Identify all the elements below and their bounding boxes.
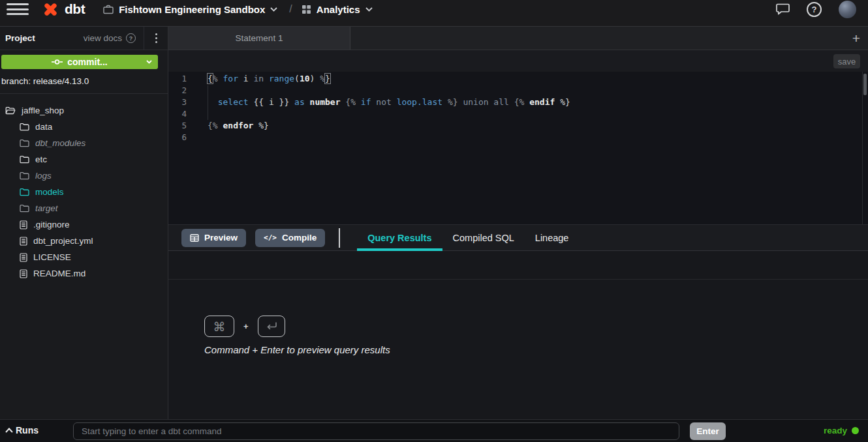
tree-item-label: models <box>35 187 64 197</box>
code-text: select {{ i }} as number {% if not loop.… <box>208 96 570 108</box>
command-key-icon: ⌘ <box>204 316 234 337</box>
folder-icon <box>20 188 29 196</box>
help-icon[interactable]: ? <box>807 2 822 17</box>
tree-item-label: README.md <box>33 269 85 278</box>
folder-icon <box>20 139 29 147</box>
code-line[interactable]: 6 <box>168 132 868 143</box>
code-lines: 1{% for i in range(10) %}23 select {{ i … <box>168 73 868 143</box>
chat-icon[interactable] <box>776 3 790 15</box>
tree-item-dbt-project-yml[interactable]: dbt_project.yml <box>0 233 168 249</box>
sidebar-title: Project <box>5 33 35 43</box>
kebab-menu-icon[interactable] <box>144 33 168 43</box>
file-icon <box>20 220 27 229</box>
tree-item-data[interactable]: data <box>0 119 168 135</box>
compile-button[interactable]: </> Compile <box>255 229 325 247</box>
file-icon <box>20 237 27 246</box>
editor-tab-bar: Statement 1 + <box>168 27 868 50</box>
return-arrow-icon <box>266 322 277 331</box>
editor-scrollbar[interactable] <box>862 72 868 224</box>
tab-compiled-sql[interactable]: Compiled SQL <box>442 225 525 250</box>
tree-item-license[interactable]: LICENSE <box>0 249 168 265</box>
folder-icon <box>20 123 29 131</box>
sidebar: Project view docs ? commit... branch: re… <box>0 27 168 419</box>
menu-icon[interactable] <box>7 1 29 18</box>
tree-item-readme-md[interactable]: README.md <box>0 265 168 282</box>
line-number: 6 <box>168 132 196 143</box>
indent-guide <box>208 85 208 120</box>
tab-statement-1[interactable]: Statement 1 <box>168 27 350 50</box>
view-docs-link[interactable]: view docs ? <box>84 33 136 43</box>
branch-label: branch: release/4.13.0 <box>1 76 166 86</box>
runs-label: Runs <box>16 425 39 435</box>
code-editor[interactable]: 1{% for i in range(10) %}23 select {{ i … <box>168 72 868 224</box>
code-text: {% endfor %} <box>208 120 269 132</box>
file-icon <box>20 269 27 278</box>
view-docs-label: view docs <box>84 33 122 43</box>
results-header-strip <box>168 251 868 280</box>
editor-toolbar: save <box>168 50 868 72</box>
tab-lineage[interactable]: Lineage <box>525 225 580 250</box>
shortcut-hint-keys: ⌘ + <box>204 316 285 337</box>
code-line[interactable]: 3 select {{ i }} as number {% if not loo… <box>168 96 868 108</box>
preview-button[interactable]: Preview <box>181 229 246 247</box>
tree-item-label: dbt_project.yml <box>33 236 93 246</box>
command-input[interactable] <box>73 422 679 440</box>
tree-item-etc[interactable]: etc <box>0 151 168 168</box>
environment-selector-label: Analytics <box>317 4 360 15</box>
table-icon <box>190 234 199 242</box>
results-content: ⌘ + Command + Enter to preview query res… <box>168 280 868 419</box>
new-tab-button[interactable]: + <box>852 31 860 45</box>
preview-button-label: Preview <box>204 233 238 243</box>
enter-button[interactable]: Enter <box>690 422 726 440</box>
environment-selector[interactable]: Analytics <box>302 4 373 15</box>
tree-item-jaffle-shop[interactable]: jaffle_shop <box>0 102 168 119</box>
tree-item-label: dbt_modules <box>35 138 85 148</box>
folder-icon <box>20 155 29 164</box>
save-button[interactable]: save <box>833 54 860 68</box>
status-ready: ready <box>824 426 859 435</box>
code-icon: </> <box>264 233 277 242</box>
code-line[interactable]: 5{% endfor %} <box>168 120 868 132</box>
briefcase-icon <box>103 5 114 14</box>
compile-button-label: Compile <box>282 233 317 243</box>
grid-icon <box>302 5 311 14</box>
tree-item-label: data <box>35 122 52 132</box>
shortcut-hint-caption: Command + Enter to preview query results <box>204 344 390 355</box>
tab-query-results[interactable]: Query Results <box>357 225 442 250</box>
scrollbar-thumb[interactable] <box>863 74 867 95</box>
dbt-logo-text: dbt <box>65 1 85 17</box>
folder-icon <box>20 204 29 213</box>
line-number: 3 <box>168 96 196 108</box>
project-selector-label: Fishtown Engineering Sandbox <box>119 4 265 15</box>
file-icon <box>20 253 27 262</box>
results-toolbar: Preview </> Compile Query Results Compil… <box>168 224 868 251</box>
sidebar-header: Project view docs ? <box>0 27 168 50</box>
plus-sign: + <box>243 321 249 331</box>
line-number: 1 <box>168 73 196 85</box>
results-tabs: Query Results Compiled SQL Lineage <box>357 225 579 250</box>
avatar[interactable] <box>839 1 856 18</box>
code-line[interactable]: 1{% for i in range(10) %} <box>168 73 868 85</box>
dbt-logo: dbt <box>42 1 85 18</box>
tree-item-models[interactable]: models <box>0 184 168 200</box>
tree-item-target[interactable]: target <box>0 200 168 216</box>
runs-toggle[interactable]: Runs <box>5 425 39 435</box>
tree-item-dbt-modules[interactable]: dbt_modules <box>0 135 168 151</box>
tree-item-logs[interactable]: logs <box>0 168 168 184</box>
ready-label: ready <box>824 426 847 435</box>
path-separator: / <box>289 3 292 15</box>
chevron-up-icon <box>5 428 13 433</box>
tree-item-label: logs <box>35 171 52 181</box>
code-text: {% for i in range(10) %} <box>208 73 330 85</box>
top-bar: dbt Fishtown Engineering Sandbox / Analy… <box>0 0 868 27</box>
tree-item-label: jaffle_shop <box>22 106 64 115</box>
commit-button[interactable]: commit... <box>1 55 158 69</box>
project-selector[interactable]: Fishtown Engineering Sandbox <box>103 4 277 15</box>
code-line[interactable]: 2 <box>168 85 868 96</box>
tree-item--gitignore[interactable]: .gitignore <box>0 216 168 233</box>
line-number: 5 <box>168 120 196 132</box>
dbt-logo-icon <box>42 1 59 18</box>
folder-icon <box>20 171 29 180</box>
ready-status-dot <box>852 427 859 434</box>
code-line[interactable]: 4 <box>168 108 868 120</box>
